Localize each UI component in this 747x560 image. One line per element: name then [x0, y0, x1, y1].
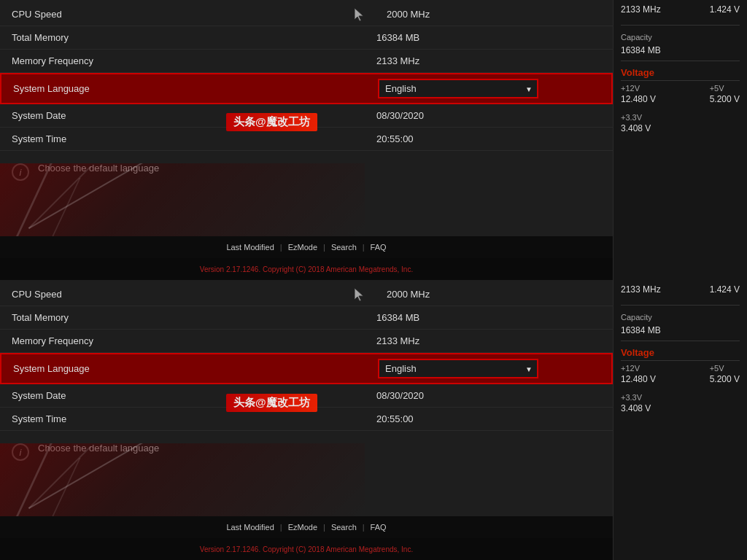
b-capacity-label: Capacity — [621, 313, 652, 322]
b-v12-value: 12.480 V — [621, 374, 656, 384]
table-row: Total Memory 16384 MB — [0, 26, 613, 50]
b-cpu-speed-value: 2000 MHz — [387, 289, 430, 300]
b-pipe-separator-2: | — [323, 523, 325, 532]
b-sidebar-freq: 2133 MHz — [621, 284, 661, 295]
b-v5-label: +5V — [710, 364, 740, 373]
ez-mode-link[interactable]: EzMode — [288, 243, 317, 252]
v12-value: 12.480 V — [621, 94, 656, 104]
table-row: Memory Frequency 2133 MHz — [0, 330, 613, 353]
table-row: System Time 20:55:00 — [0, 128, 613, 151]
svg-marker-0 — [355, 8, 363, 21]
total-memory-label: Total Memory — [12, 32, 376, 43]
table-row: System Date 08/30/2020 — [0, 104, 613, 128]
memory-freq-label: Memory Frequency — [12, 55, 376, 66]
last-modified-link[interactable]: Last Modified — [226, 243, 274, 252]
pipe-separator-3: | — [363, 243, 365, 252]
sidebar-freq-row: 2133 MHz 1.424 V — [621, 4, 740, 20]
top-version-strip: Version 2.17.1246. Copyright (C) 2018 Am… — [0, 258, 613, 280]
b-ez-mode-link[interactable]: EzMode — [288, 523, 317, 532]
table-row: Memory Frequency 2133 MHz — [0, 50, 613, 73]
b-capacity-value: 16384 MB — [621, 325, 661, 335]
pipe-separator-1: | — [280, 243, 282, 252]
total-memory-value: 16384 MB — [376, 32, 419, 43]
b-last-modified-link[interactable]: Last Modified — [226, 523, 274, 532]
b-sidebar-divider-2 — [621, 341, 740, 341]
bottom-version-strip: Version 2.17.1246. Copyright (C) 2018 Am… — [0, 538, 613, 560]
system-time-label: System Time — [12, 133, 376, 144]
bottom-footer-links: Last Modified | EzMode | Search | FAQ — [0, 516, 613, 538]
b-system-time-label: System Time — [12, 413, 376, 424]
b-system-date-label: System Date — [12, 390, 376, 401]
b-system-language-row: System Language English Chinese Japanese… — [0, 353, 613, 384]
faq-link[interactable]: FAQ — [371, 243, 387, 252]
table-row: System Time 20:55:00 — [0, 408, 613, 431]
bottom-main-area: CPU Speed 2000 MHz Total Memory 16384 MB… — [0, 280, 613, 560]
sidebar-freq: 2133 MHz — [621, 4, 661, 15]
capacity-value: 16384 MB — [621, 45, 661, 55]
voltage-title: Voltage — [621, 67, 740, 81]
b-sidebar-capacity-value-row: 16384 MB — [621, 323, 740, 336]
b-total-memory-label: Total Memory — [12, 312, 376, 323]
b-search-link[interactable]: Search — [331, 523, 357, 532]
top-main-area: CPU Speed 2000 MHz Total Memory 16384 MB… — [0, 0, 613, 280]
v5-value: 5.200 V — [710, 94, 740, 104]
v12-label: +12V — [621, 84, 656, 93]
system-date-value: 08/30/2020 — [376, 110, 424, 121]
b-system-language-label: System Language — [13, 363, 378, 374]
b-v12-label: +12V — [621, 364, 656, 373]
b-v12-row: +12V 12.480 V +5V 5.200 V — [621, 364, 740, 390]
bottom-info-table: CPU Speed 2000 MHz Total Memory 16384 MB… — [0, 280, 613, 434]
b-version-text: Version 2.17.1246. Copyright (C) 2018 Am… — [200, 545, 413, 553]
sidebar-freq-v: 1.424 V — [710, 4, 740, 15]
b-system-date-value: 08/30/2020 — [376, 390, 424, 401]
v33-row: +3.3V 3.408 V — [621, 113, 740, 133]
sidebar-divider-2 — [621, 61, 740, 61]
b-v33-label: +3.3V — [621, 393, 740, 402]
b-memory-freq-value: 2133 MHz — [376, 335, 419, 346]
table-row: System Date 08/30/2020 — [0, 384, 613, 408]
v5-label: +5V — [710, 84, 740, 93]
cpu-speed-value: 2000 MHz — [387, 9, 430, 20]
top-right-sidebar: 2133 MHz 1.424 V Capacity 16384 MB Volta… — [613, 0, 747, 280]
system-language-row: System Language English Chinese Japanese… — [0, 73, 613, 104]
capacity-label: Capacity — [621, 33, 652, 42]
cpu-speed-label: CPU Speed — [12, 9, 376, 20]
b-v33-row: +3.3V 3.408 V — [621, 393, 740, 413]
b-sidebar-divider-1 — [621, 305, 740, 306]
language-dropdown[interactable]: English Chinese Japanese — [378, 79, 538, 98]
cursor-icon — [355, 8, 365, 21]
b-sidebar-freq-row: 2133 MHz 1.424 V — [621, 284, 740, 300]
b-faq-link[interactable]: FAQ — [371, 523, 387, 532]
sidebar-divider-1 — [621, 25, 740, 26]
b-voltage-title: Voltage — [621, 347, 740, 361]
b-v33-value: 3.408 V — [621, 403, 740, 413]
b-total-memory-value: 16384 MB — [376, 312, 419, 323]
version-text: Version 2.17.1246. Copyright (C) 2018 Am… — [200, 265, 413, 273]
red-decoration — [0, 163, 365, 236]
pipe-separator-2: | — [323, 243, 325, 252]
memory-freq-value: 2133 MHz — [376, 55, 419, 66]
b-system-time-value: 20:55:00 — [376, 413, 414, 424]
b-sidebar-freq-v: 1.424 V — [710, 284, 740, 295]
language-dropdown-wrapper[interactable]: English Chinese Japanese ▼ — [378, 79, 538, 98]
line-decoration — [0, 163, 365, 236]
b-line-decoration — [0, 443, 365, 516]
b-language-dropdown[interactable]: English Chinese Japanese — [378, 359, 538, 378]
system-language-label: System Language — [13, 83, 378, 94]
search-link[interactable]: Search — [331, 243, 357, 252]
v33-label: +3.3V — [621, 113, 740, 122]
top-footer-links: Last Modified | EzMode | Search | FAQ — [0, 236, 613, 258]
b-v5-value: 5.200 V — [710, 374, 740, 384]
table-row: Total Memory 16384 MB — [0, 306, 613, 330]
b-pipe-separator-3: | — [363, 523, 365, 532]
top-info-table: CPU Speed 2000 MHz Total Memory 16384 MB… — [0, 0, 613, 154]
b-cpu-speed-label: CPU Speed — [12, 289, 376, 300]
v12-row: +12V 12.480 V +5V 5.200 V — [621, 84, 740, 110]
sidebar-capacity-label: Capacity — [621, 30, 740, 43]
b-sidebar-capacity-label: Capacity — [621, 310, 740, 323]
v33-value: 3.408 V — [621, 123, 740, 133]
table-row: CPU Speed 2000 MHz — [0, 283, 613, 306]
b-language-dropdown-wrapper[interactable]: English Chinese Japanese ▼ — [378, 359, 538, 378]
svg-marker-1 — [355, 288, 363, 301]
system-date-label: System Date — [12, 110, 376, 121]
